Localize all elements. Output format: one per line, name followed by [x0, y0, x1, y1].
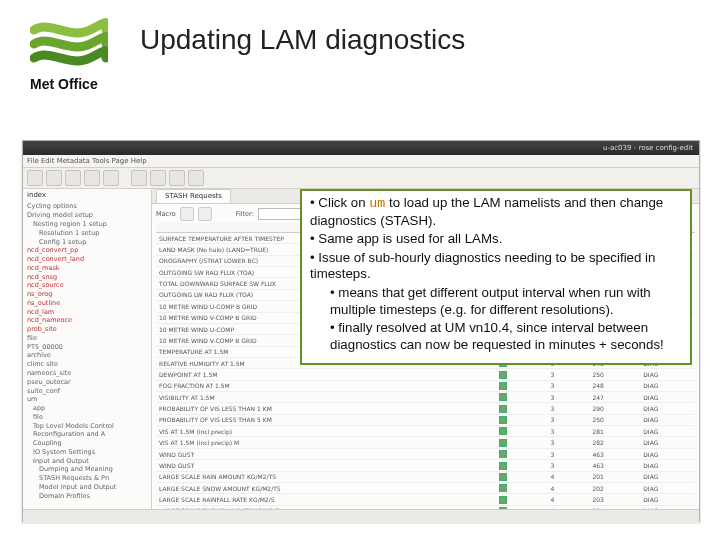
tree-item[interactable]: Model Input and Output — [27, 483, 147, 492]
toolbar-button[interactable] — [150, 170, 166, 186]
table-row[interactable]: LARGE SCALE SNOW AMOUNT KG/M2/TS4202DIAG — [156, 482, 695, 493]
tree-item[interactable]: archive — [27, 351, 147, 360]
tree-item[interactable]: Cycling options — [27, 202, 147, 211]
table-row[interactable]: PROBABILITY OF VIS LESS THAN 5 KM3250DIA… — [156, 414, 695, 425]
tree-item[interactable]: um — [27, 395, 147, 404]
tree-item[interactable]: climc site — [27, 360, 147, 369]
tree-item[interactable]: STASH Requests & Pn — [27, 474, 147, 483]
callout-bullet-3a: • means that get different output interv… — [310, 285, 684, 318]
tree-item[interactable]: ncd_nameoce — [27, 316, 147, 325]
callout-bullet-1: • Click on um to load up the LAM namelis… — [310, 195, 684, 229]
table-row[interactable]: FOG FRACTION AT 1.5M3248DIAG — [156, 380, 695, 391]
tree-item[interactable]: Nesting region 1 setup — [27, 220, 147, 229]
code-um: um — [369, 196, 385, 211]
statusbar — [23, 509, 699, 524]
table-row[interactable]: LARGE SCALE RAIN AMOUNT KG/M2/TS4201DIAG — [156, 471, 695, 482]
tree-item[interactable]: Top Level Models Control — [27, 422, 147, 431]
include-checkbox[interactable] — [496, 482, 547, 493]
tree-item[interactable]: file — [27, 334, 147, 343]
tree-item[interactable]: nameocs_site — [27, 369, 147, 378]
tree-item[interactable]: PT5_00000 — [27, 343, 147, 352]
toolbar-button[interactable] — [65, 170, 81, 186]
table-row[interactable]: WIND GUST3463DIAG — [156, 460, 695, 471]
macro-button[interactable] — [198, 207, 212, 221]
titlebar-right: u-ac039 - rose config-edit — [603, 141, 693, 155]
tree-item[interactable]: ncd_convert_land — [27, 255, 147, 264]
callout-bullet-2: • Same app is used for all LAMs. — [310, 231, 684, 248]
table-row[interactable]: LARGE SCALE RAINFALL RATE KG/M2/S4203DIA… — [156, 494, 695, 505]
table-row[interactable]: VISIBILITY AT 1.5M3247DIAG — [156, 392, 695, 403]
tree-item[interactable]: ncd_snsg — [27, 273, 147, 282]
table-row[interactable]: LARGE SCALE SNOWFALL RATE KG/M2/S4204DIA… — [156, 505, 695, 509]
toolbar-button[interactable] — [188, 170, 204, 186]
include-checkbox[interactable] — [496, 471, 547, 482]
slide-title: Updating LAM diagnostics — [140, 24, 465, 56]
tree-item[interactable]: ncd_convert_pp — [27, 246, 147, 255]
tree-item[interactable]: IO System Settings — [27, 448, 147, 457]
tree-item[interactable]: Coupling — [27, 439, 147, 448]
table-row[interactable]: WIND GUST3463DIAG — [156, 448, 695, 459]
tree-item[interactable]: Resolution 1 setup — [27, 229, 147, 238]
tree-item[interactable]: Driving model setup — [27, 211, 147, 220]
met-office-logo: Met Office — [30, 18, 110, 108]
include-checkbox[interactable] — [496, 369, 547, 380]
table-row[interactable]: VIS AT 1.5M (incl precip)3281DIAG — [156, 426, 695, 437]
tree-item[interactable]: app — [27, 404, 147, 413]
toolbar-button[interactable] — [131, 170, 147, 186]
tree-item[interactable]: ncd_source — [27, 281, 147, 290]
macro-button[interactable] — [180, 207, 194, 221]
include-checkbox[interactable] — [496, 505, 547, 509]
tree-item[interactable]: ncd_mask — [27, 264, 147, 273]
include-checkbox[interactable] — [496, 494, 547, 505]
menubar[interactable]: File Edit Metadata Tools Page Help — [23, 155, 699, 168]
tree-header: index — [27, 191, 147, 200]
tree-item[interactable]: prob_site — [27, 325, 147, 334]
include-checkbox[interactable] — [496, 380, 547, 391]
include-checkbox[interactable] — [496, 414, 547, 425]
toolbar-button[interactable] — [169, 170, 185, 186]
nav-tree[interactable]: index Cycling optionsDriving model setup… — [23, 189, 152, 509]
tree-item[interactable]: Domain Profiles — [27, 492, 147, 501]
table-row[interactable]: DEWPOINT AT 1.5M3250DIAG — [156, 369, 695, 380]
include-checkbox[interactable] — [496, 460, 547, 471]
window-titlebar: u-ac039 - rose config-edit — [23, 141, 699, 155]
table-row[interactable]: VIS AT 1.5M (incl precip) M3282DIAG — [156, 437, 695, 448]
toolbar-button[interactable] — [46, 170, 62, 186]
callout-bullet-3: • Issue of sub-hourly diagnostics needin… — [310, 250, 684, 283]
include-checkbox[interactable] — [496, 403, 547, 414]
tree-item[interactable]: Dumping and Meaning — [27, 465, 147, 474]
toolbar-button[interactable] — [84, 170, 100, 186]
macro-label: Macro — [156, 210, 176, 218]
tree-item[interactable]: Config 1 setup — [27, 238, 147, 247]
tree-item[interactable]: file — [27, 413, 147, 422]
tab-stash-requests[interactable]: STASH Requests — [156, 189, 231, 203]
include-checkbox[interactable] — [496, 437, 547, 448]
tree-item[interactable]: ncd_lam — [27, 308, 147, 317]
filter-label: Filter: — [236, 210, 254, 218]
tree-item[interactable]: Input and Output — [27, 457, 147, 466]
toolbar-button[interactable] — [103, 170, 119, 186]
include-checkbox[interactable] — [496, 448, 547, 459]
tree-item[interactable]: pseu_outocar — [27, 378, 147, 387]
include-checkbox[interactable] — [496, 392, 547, 403]
toolbar — [23, 168, 699, 189]
logo-text: Met Office — [30, 76, 98, 92]
tree-item[interactable]: ns_orog — [27, 290, 147, 299]
tree-item[interactable]: Reconfiguration and A — [27, 430, 147, 439]
callout-text: • Click on — [310, 195, 369, 210]
table-row[interactable]: PROBABILITY OF VIS LESS THAN 1 KM3290DIA… — [156, 403, 695, 414]
tree-item[interactable]: suite_conf — [27, 387, 147, 396]
toolbar-button[interactable] — [27, 170, 43, 186]
callout-bullet-3b: • finally resolved at UM vn10.4, since i… — [310, 320, 684, 353]
tree-item[interactable]: ns_outline — [27, 299, 147, 308]
include-checkbox[interactable] — [496, 426, 547, 437]
annotation-callout: • Click on um to load up the LAM namelis… — [300, 189, 692, 365]
